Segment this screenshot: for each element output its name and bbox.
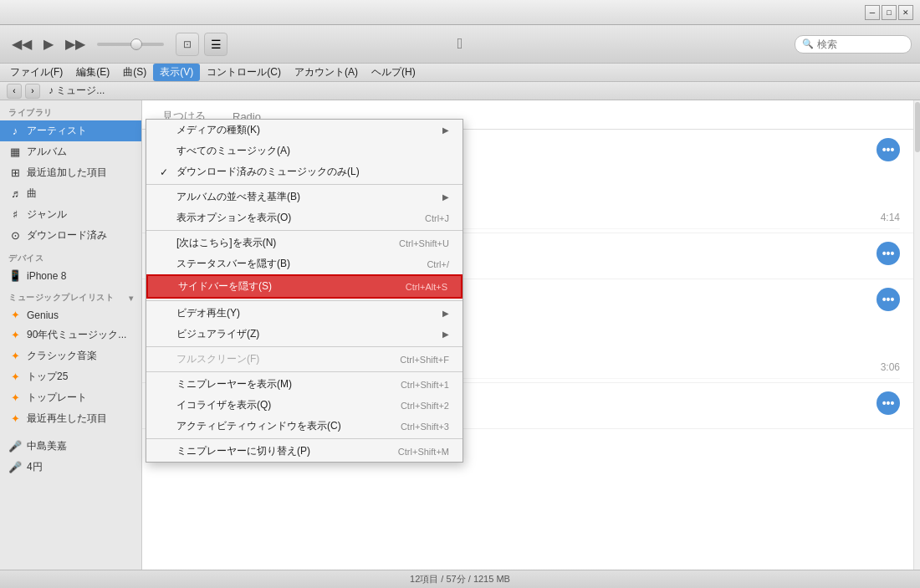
sidebar-item-classic[interactable]: ✦ クラシック音楽	[0, 345, 141, 366]
nav-bar: ‹ › ♪ ミュージ...	[0, 82, 920, 100]
prev-button[interactable]: ◀◀	[8, 34, 35, 54]
dropdown-label-fullscreen: フルスクリーン(F)	[176, 352, 259, 366]
dropdown-item-switch-mini[interactable]: ミニプレーヤーに切り替え(P)Ctrl+Shift+M	[146, 441, 463, 462]
play-button[interactable]: ▶	[40, 34, 57, 54]
dropdown-item-equalizer[interactable]: イコライザを表示(Q)Ctrl+Shift+2	[146, 395, 463, 416]
dropdown-item-media-type[interactable]: メディアの種類(K)▶	[146, 120, 463, 141]
sidebar-item-4yen[interactable]: 🎤 4円	[0, 457, 141, 478]
dropdown-label-mini-player: ミニプレーヤーを表示(M)	[176, 377, 292, 391]
more-button-goose-house[interactable]: •••	[877, 138, 900, 161]
dropdown-right-media-type: ▶	[442, 125, 449, 135]
dropdown-label-album-sort: アルバムの並べ替え基準(B)	[176, 190, 300, 204]
sidebar-item-songs[interactable]: ♬ 曲	[0, 183, 141, 204]
dropdown-item-album-sort[interactable]: アルバムの並べ替え基準(B)▶	[146, 187, 463, 207]
dropdown-separator-3	[146, 184, 463, 185]
dropdown-item-activity-window[interactable]: アクティビティウィンドウを表示(C)Ctrl+Shift+3	[146, 416, 463, 437]
menu-controls[interactable]: コントロール(C)	[200, 64, 288, 81]
dropdown-label-hide-sidebar: サイドバーを隠す(S)	[178, 279, 272, 294]
sidebar-toprated-label: トップレート	[27, 391, 87, 405]
artists-icon: ♪	[8, 125, 22, 137]
airplay-button[interactable]: ⊡	[176, 33, 199, 56]
menu-edit[interactable]: 編集(E)	[69, 64, 116, 81]
sidebar-item-nakajima[interactable]: 🎤 中島美嘉	[0, 436, 141, 457]
next-button[interactable]: ▶▶	[62, 34, 89, 54]
sidebar-item-downloaded[interactable]: ⊙ ダウンロード済み	[0, 225, 141, 246]
dropdown-shortcut-hide-status: Ctrl+/	[427, 259, 449, 269]
dropdown-arrow-media-type: ▶	[442, 125, 449, 135]
sidebar-item-recent-played[interactable]: ✦ 最近再生した項目	[0, 408, 141, 429]
sidebar-top25-label: トップ25	[27, 370, 68, 384]
sidebar-item-genres[interactable]: ♯ ジャンル	[0, 204, 141, 225]
dropdown-item-all-music[interactable]: すべてのミュージック(A)	[146, 141, 463, 161]
library-label: ライブラリ	[0, 100, 141, 120]
sidebar-item-albums[interactable]: ▦ アルバム	[0, 141, 141, 162]
menu-song[interactable]: 曲(S)	[116, 64, 153, 81]
forward-button[interactable]: ›	[25, 84, 40, 99]
classic-icon: ✦	[8, 350, 22, 362]
dropdown-item-visualizer[interactable]: ビジュアライザ(Z)▶	[146, 324, 463, 345]
volume-slider[interactable]	[97, 43, 164, 46]
maximize-button[interactable]: □	[882, 5, 897, 20]
dropdown-separator-6	[146, 230, 463, 231]
dropdown-right-album-sort: ▶	[442, 192, 449, 202]
scrollbar[interactable]	[913, 100, 920, 588]
dropdown-item-video-playback[interactable]: ビデオ再生(Y)▶	[146, 303, 463, 324]
dropdown-item-downloaded-only[interactable]: ✓ダウンロード済みのミュージックのみ(L)	[146, 161, 463, 182]
back-button[interactable]: ‹	[7, 84, 22, 99]
dropdown-item-up-next[interactable]: [次はこちら]を表示(N)Ctrl+Shift+U	[146, 233, 463, 253]
sidebar-item-toprated[interactable]: ✦ トップレート	[0, 387, 141, 408]
dropdown-shortcut-mini-player: Ctrl+Shift+1	[401, 380, 449, 390]
status-bar: 12項目 / 57分 / 1215 MB	[0, 570, 920, 588]
dropdown-shortcut-activity-window: Ctrl+Shift+3	[401, 422, 449, 432]
dropdown-item-display-options[interactable]: 表示オプションを表示(O)Ctrl+J	[146, 207, 463, 228]
more-button-kimura[interactable]: •••	[877, 391, 900, 415]
more-button-tsujiaaya[interactable]: •••	[877, 242, 900, 265]
sidebar-item-recent[interactable]: ⊞ 最近追加した項目	[0, 162, 141, 183]
volume-thumb	[130, 38, 142, 50]
genres-icon: ♯	[8, 208, 22, 221]
menu-view[interactable]: 表示(V)	[153, 64, 200, 81]
list-view-button[interactable]: ☰	[204, 33, 227, 56]
dropdown-separator-19	[146, 438, 463, 439]
dropdown-check-downloaded-only: ✓	[160, 166, 173, 178]
sidebar-item-iphone[interactable]: 📱 iPhone 8	[0, 266, 141, 285]
dropdown-label-up-next: [次はこちら]を表示(N)	[176, 236, 276, 250]
dropdown-right-fullscreen: Ctrl+Shift+F	[383, 355, 449, 365]
dropdown-label-media-type: メディアの種類(K)	[176, 123, 260, 137]
recent-icon: ⊞	[8, 166, 22, 179]
iphone-icon: 📱	[8, 269, 22, 282]
menu-help[interactable]: ヘルプ(H)	[365, 64, 422, 81]
minimize-button[interactable]: ─	[865, 5, 880, 20]
sidebar-genius-label: Genius	[27, 309, 59, 321]
dropdown-shortcut-display-options: Ctrl+J	[425, 213, 449, 223]
dropdown-item-fullscreen: フルスクリーン(F)Ctrl+Shift+F	[146, 349, 463, 370]
search-input[interactable]	[817, 38, 904, 50]
dropdown-label-equalizer: イコライザを表示(Q)	[176, 398, 271, 412]
dropdown-right-visualizer: ▶	[442, 330, 449, 339]
menu-file[interactable]: ファイル(F)	[3, 64, 69, 81]
close-button[interactable]: ✕	[898, 5, 913, 20]
sidebar-item-artists[interactable]: ♪ アーティスト	[0, 120, 141, 141]
dropdown-item-hide-sidebar[interactable]: サイドバーを隠す(S)Ctrl+Alt+S	[146, 274, 463, 299]
dropdown-arrow-video-playback: ▶	[442, 309, 449, 318]
dropdown-right-switch-mini: Ctrl+Shift+M	[381, 447, 449, 457]
dropdown-label-all-music: すべてのミュージック(A)	[176, 144, 290, 158]
more-button-balanco[interactable]: •••	[877, 288, 900, 311]
playlists-expand[interactable]: ▾	[129, 294, 134, 303]
dropdown-label-visualizer: ビジュアライザ(Z)	[176, 327, 259, 341]
status-text: 12項目 / 57分 / 1215 MB	[410, 573, 510, 585]
sidebar-item-genius[interactable]: ✦ Genius	[0, 305, 141, 325]
toprated-icon: ✦	[8, 391, 22, 404]
track-duration-hikaru: 4:14	[881, 212, 900, 223]
sidebar-albums-label: アルバム	[27, 145, 67, 159]
dropdown-separator-10	[146, 300, 463, 301]
sidebar-item-top25[interactable]: ✦ トップ25	[0, 366, 141, 387]
devices-label: デバイス	[0, 246, 141, 266]
dropdown-right-mini-player: Ctrl+Shift+1	[384, 380, 449, 390]
dropdown-item-mini-player[interactable]: ミニプレーヤーを表示(M)Ctrl+Shift+1	[146, 374, 463, 395]
dropdown-label-video-playback: ビデオ再生(Y)	[176, 306, 240, 320]
dropdown-item-hide-status[interactable]: ステータスバーを隠す(B)Ctrl+/	[146, 253, 463, 274]
dropdown-label-display-options: 表示オプションを表示(O)	[176, 211, 291, 225]
sidebar-item-90s[interactable]: ✦ 90年代ミュージック...	[0, 325, 141, 345]
menu-account[interactable]: アカウント(A)	[288, 64, 365, 81]
